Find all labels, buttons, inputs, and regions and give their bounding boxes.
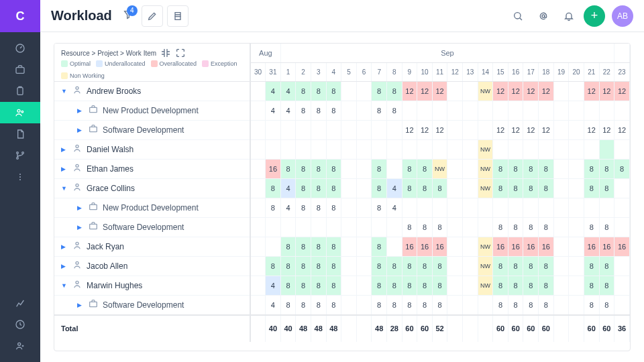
cell[interactable] — [280, 217, 296, 237]
cell[interactable]: 12 — [523, 81, 539, 101]
cell[interactable] — [326, 139, 341, 159]
cell[interactable]: 8 — [296, 159, 311, 178]
cell[interactable]: 8 — [523, 159, 539, 178]
cell[interactable] — [569, 81, 584, 101]
cell[interactable] — [326, 120, 341, 139]
cell[interactable] — [356, 217, 372, 237]
sidebar-users[interactable] — [0, 335, 40, 357]
cell[interactable]: 8 — [508, 178, 523, 198]
cell[interactable]: 8 — [539, 178, 554, 198]
cell[interactable] — [386, 159, 402, 178]
cell[interactable]: 8 — [599, 295, 614, 315]
cell[interactable]: NW — [478, 276, 493, 295]
cell[interactable] — [599, 198, 614, 217]
cell[interactable] — [266, 237, 281, 256]
cell[interactable] — [614, 276, 630, 295]
cell[interactable] — [523, 139, 539, 159]
caret-icon[interactable]: ▶ — [61, 166, 68, 172]
cell[interactable] — [478, 217, 493, 237]
cell[interactable] — [463, 120, 478, 139]
cell[interactable] — [463, 276, 478, 295]
cell[interactable] — [356, 139, 372, 159]
cell[interactable] — [569, 256, 584, 276]
cell[interactable]: 8 — [266, 178, 281, 198]
cell[interactable]: 8 — [266, 198, 281, 217]
cell[interactable]: 16 — [493, 237, 508, 256]
cell[interactable] — [539, 198, 554, 217]
cell[interactable] — [553, 276, 569, 295]
cell[interactable]: 8 — [372, 101, 387, 120]
cell[interactable] — [569, 276, 584, 295]
cell[interactable]: 8 — [402, 178, 417, 198]
cell[interactable] — [341, 81, 357, 101]
cell[interactable] — [614, 139, 630, 159]
cell[interactable]: NW — [478, 159, 493, 178]
cell[interactable]: NW — [432, 159, 447, 178]
cell[interactable]: 4 — [266, 81, 281, 101]
cell[interactable] — [280, 120, 296, 139]
cell[interactable]: 12 — [493, 81, 508, 101]
cell[interactable]: 8 — [326, 159, 341, 178]
cell[interactable]: 8 — [402, 295, 417, 315]
cell[interactable] — [356, 256, 372, 276]
cell[interactable] — [386, 237, 402, 256]
cell[interactable]: 8 — [311, 81, 326, 101]
cell[interactable]: 8 — [326, 81, 341, 101]
cell[interactable] — [463, 178, 478, 198]
cell[interactable] — [553, 139, 569, 159]
cell[interactable]: 8 — [266, 256, 281, 276]
cell[interactable]: 16 — [584, 237, 599, 256]
cell[interactable] — [569, 198, 584, 217]
cell[interactable]: 8 — [599, 256, 614, 276]
cell[interactable] — [599, 139, 614, 159]
cell[interactable] — [296, 139, 311, 159]
cell[interactable]: 16 — [614, 237, 630, 256]
cell[interactable] — [447, 256, 463, 276]
cell[interactable]: 8 — [372, 178, 387, 198]
cell[interactable] — [447, 101, 463, 120]
cell[interactable]: NW — [478, 256, 493, 276]
cell[interactable]: NW — [478, 237, 493, 256]
cell[interactable]: 8 — [311, 178, 326, 198]
cell[interactable] — [569, 120, 584, 139]
cell[interactable]: 8 — [372, 81, 387, 101]
row-name[interactable]: Ethan James — [87, 164, 133, 174]
cell[interactable] — [250, 256, 266, 276]
cell[interactable] — [553, 178, 569, 198]
cell[interactable] — [463, 295, 478, 315]
cell[interactable] — [356, 295, 372, 315]
cell[interactable]: 8 — [599, 276, 614, 295]
cell[interactable]: 12 — [599, 81, 614, 101]
cell[interactable]: 8 — [296, 178, 311, 198]
cell[interactable] — [553, 198, 569, 217]
cell[interactable] — [250, 295, 266, 315]
cell[interactable] — [356, 120, 372, 139]
cell[interactable] — [341, 256, 357, 276]
cell[interactable] — [447, 81, 463, 101]
cell[interactable] — [553, 101, 569, 120]
row-name[interactable]: Software Development — [103, 223, 184, 232]
cell[interactable]: 8 — [584, 256, 599, 276]
cell[interactable] — [463, 256, 478, 276]
cell[interactable] — [341, 178, 357, 198]
cell[interactable] — [614, 178, 630, 198]
cell[interactable]: 8 — [508, 276, 523, 295]
cell[interactable] — [447, 237, 463, 256]
cell[interactable]: 12 — [614, 120, 630, 139]
cell[interactable] — [569, 139, 584, 159]
cell[interactable]: 8 — [432, 217, 447, 237]
cell[interactable]: 8 — [614, 159, 630, 178]
cell[interactable] — [463, 159, 478, 178]
cell[interactable] — [614, 198, 630, 217]
cell[interactable]: 8 — [402, 256, 417, 276]
cell[interactable]: 8 — [280, 295, 296, 315]
cell[interactable] — [614, 101, 630, 120]
cell[interactable] — [341, 198, 357, 217]
cell[interactable]: 8 — [599, 159, 614, 178]
cell[interactable] — [463, 198, 478, 217]
cell[interactable]: 8 — [296, 101, 311, 120]
sidebar-dashboard[interactable] — [0, 38, 40, 59]
cell[interactable]: 4 — [280, 198, 296, 217]
cell[interactable] — [386, 120, 402, 139]
cell[interactable] — [569, 101, 584, 120]
